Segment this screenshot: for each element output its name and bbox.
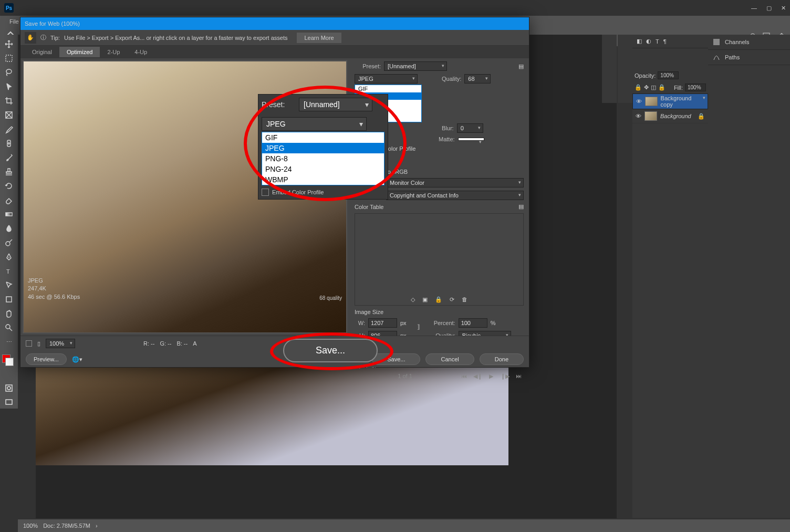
metadata-select[interactable]: Copyright and Contact Info: [386, 191, 524, 200]
learn-more-button[interactable]: Learn More: [297, 33, 341, 43]
percent-input[interactable]: [459, 318, 487, 328]
type-tool[interactable]: T: [2, 265, 16, 277]
quality-value[interactable]: 68: [464, 74, 491, 84]
ct-icon-3[interactable]: 🔒: [435, 296, 442, 303]
save-button[interactable]: Save...: [372, 353, 420, 365]
lock-all-icon[interactable]: 🔒: [658, 84, 666, 91]
footer-zoom-select[interactable]: 100%: [46, 339, 75, 348]
status-arrow-icon[interactable]: ›: [96, 523, 98, 529]
brush-tool[interactable]: [2, 151, 16, 164]
cancel-button[interactable]: Cancel: [425, 353, 474, 365]
enlarged-option-jpeg[interactable]: JPEG: [262, 143, 384, 153]
visibility-icon[interactable]: 👁: [636, 98, 642, 105]
stamp-tool[interactable]: [2, 165, 16, 178]
enlarged-preset-select[interactable]: [Unnamed]: [299, 98, 372, 111]
tab-original[interactable]: Original: [25, 47, 59, 57]
visibility-icon[interactable]: 👁: [636, 113, 641, 119]
enlarged-option-wbmp[interactable]: WBMP: [262, 174, 384, 185]
tab-4up[interactable]: 4-Up: [127, 47, 154, 57]
type-panel-icon[interactable]: T: [656, 38, 659, 45]
opacity-value[interactable]: 100%: [658, 71, 679, 79]
lock-move-icon[interactable]: ✥: [644, 84, 649, 91]
zoom-value[interactable]: 100%: [23, 523, 38, 529]
history-brush-tool[interactable]: [2, 180, 16, 192]
zoom-tool-primary[interactable]: [2, 321, 16, 334]
last-frame-button[interactable]: ⏭: [513, 372, 524, 380]
preview-color-select[interactable]: Monitor Color: [386, 178, 524, 187]
blur-tool[interactable]: [2, 222, 16, 235]
move-tool[interactable]: [2, 38, 16, 50]
shape-tool[interactable]: [2, 293, 16, 306]
preview-button[interactable]: Preview...: [26, 353, 67, 365]
dialog-titlebar[interactable]: Save for Web (100%): [20, 17, 529, 30]
more-tools-icon[interactable]: ⋯: [2, 336, 16, 348]
enlarged-option-png8[interactable]: PNG-8: [262, 153, 384, 164]
minimize-button[interactable]: —: [751, 5, 757, 12]
maximize-button[interactable]: ▢: [766, 5, 772, 12]
collapsed-panel-2[interactable]: [618, 35, 632, 103]
eyedropper-tool[interactable]: [2, 123, 16, 135]
enlarged-embed-checkbox[interactable]: [262, 189, 269, 196]
done-button[interactable]: Done: [480, 353, 524, 365]
marquee-tool[interactable]: [2, 52, 16, 65]
matte-select[interactable]: [458, 138, 484, 141]
close-button[interactable]: ✕: [781, 5, 786, 12]
layer-background-copy[interactable]: 👁 Background copy: [632, 93, 708, 109]
enlarged-option-gif[interactable]: GIF: [262, 132, 384, 143]
preset-menu-icon[interactable]: ▤: [518, 63, 524, 70]
lock-fill-icon[interactable]: ◫: [651, 84, 656, 91]
collapsed-panel-1[interactable]: [602, 35, 617, 103]
preset-select[interactable]: [Unnamed]: [384, 61, 447, 71]
quick-select-tool[interactable]: [2, 80, 16, 93]
width-input[interactable]: [368, 318, 397, 328]
paragraph-panel-icon[interactable]: ¶: [663, 38, 667, 45]
pen-tool[interactable]: [2, 251, 16, 263]
color-table: ◇ ▣ 🔒 ⟳ 🗑: [355, 213, 524, 306]
hand-tool[interactable]: [2, 307, 16, 320]
frame-tool[interactable]: [2, 109, 16, 121]
play-button[interactable]: ▶: [486, 372, 496, 380]
enlarged-format-select[interactable]: JPEG: [262, 117, 367, 131]
screen-mode-icon[interactable]: [2, 396, 16, 409]
ct-icon-1[interactable]: ◇: [411, 296, 415, 303]
swatches-panel-icon[interactable]: ◐: [646, 38, 651, 45]
first-frame-button[interactable]: ⏮: [459, 372, 469, 380]
tab-2up[interactable]: 2-Up: [100, 47, 127, 57]
status-bar: 100% Doc: 2.78M/5.57M ›: [18, 519, 790, 532]
enlarged-save-button[interactable]: Save...: [283, 339, 378, 362]
blur-value[interactable]: 0: [457, 123, 483, 133]
enlarged-preset-label: Preset:: [262, 100, 297, 109]
color-swatches[interactable]: [2, 354, 16, 367]
gradient-tool[interactable]: [2, 208, 16, 221]
channels-label: Channels: [725, 39, 749, 45]
quick-mask-icon[interactable]: [2, 382, 16, 394]
enlarged-option-png24[interactable]: PNG-24: [262, 164, 384, 174]
hand-tool-icon[interactable]: ✋: [25, 32, 36, 44]
paths-tab[interactable]: Paths: [708, 50, 790, 65]
lock-icon[interactable]: 🔒: [635, 84, 642, 91]
crop-tool[interactable]: [2, 95, 16, 107]
color-panel-icon[interactable]: ◧: [637, 38, 642, 45]
ct-icon-2[interactable]: ▣: [422, 296, 428, 303]
channels-tab[interactable]: Channels: [708, 35, 790, 50]
color-table-menu-icon[interactable]: ▤: [518, 203, 524, 210]
lasso-tool[interactable]: [2, 66, 16, 79]
eraser-tool[interactable]: [2, 194, 16, 206]
ct-icon-5[interactable]: 🗑: [462, 296, 467, 303]
ct-icon-4[interactable]: ⟳: [450, 296, 454, 303]
next-frame-button[interactable]: ❙▶: [500, 372, 510, 380]
layer-background[interactable]: 👁 Background 🔒: [632, 109, 708, 123]
tab-optimized[interactable]: Optimized: [59, 47, 100, 57]
footer-checkbox[interactable]: [26, 340, 32, 347]
format-select[interactable]: JPEG: [355, 74, 418, 84]
enlarged-embed-label: Embed Color Profile: [272, 189, 324, 195]
browser-menu-icon[interactable]: 🌐▾: [72, 356, 82, 363]
prev-frame-button[interactable]: ◀❙: [472, 372, 483, 380]
footer-checkbox-2[interactable]: ▯: [37, 340, 40, 347]
format-option-gif[interactable]: GIF: [355, 85, 421, 92]
healing-tool[interactable]: [2, 137, 16, 150]
path-select-tool[interactable]: [2, 279, 16, 291]
svg-rect-22: [6, 385, 12, 391]
dodge-tool[interactable]: [2, 236, 16, 249]
fill-value[interactable]: 100%: [685, 84, 706, 91]
